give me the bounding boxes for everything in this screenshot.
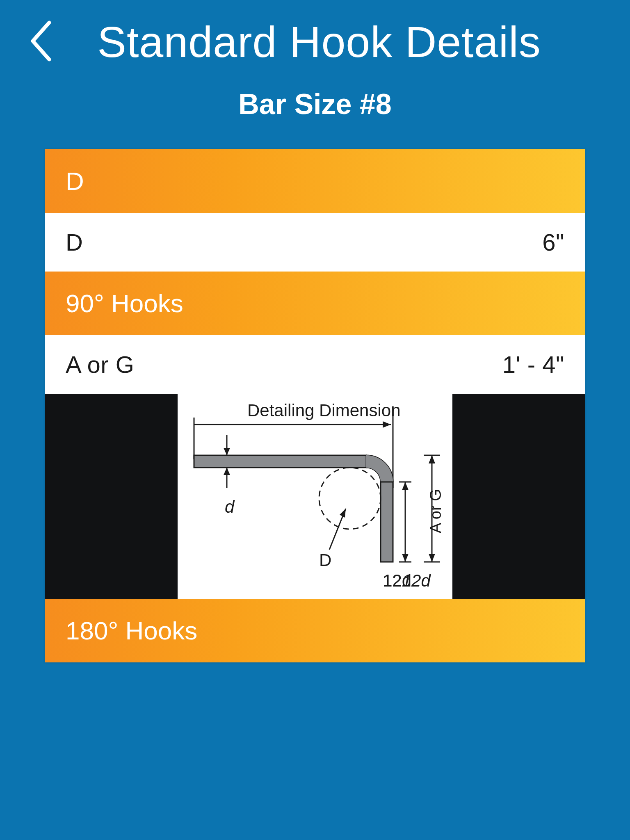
row-a-or-g: A or G 1' - 4" — [45, 335, 585, 394]
diagram-a-or-g: A or G — [427, 489, 444, 533]
header-bar: Standard Hook Details — [0, 0, 630, 75]
page-title: Standard Hook Details — [33, 17, 605, 67]
diagram-d-big: D — [319, 550, 331, 570]
svg-marker-12 — [340, 509, 346, 518]
page-subtitle: Bar Size #8 — [0, 88, 630, 121]
svg-rect-5 — [381, 482, 393, 562]
diagram-svg-container: Detailing Dimension — [178, 394, 452, 599]
row-a-or-g-value: 1' - 4" — [502, 351, 564, 378]
svg-marker-16 — [402, 482, 409, 490]
svg-rect-4 — [194, 455, 366, 468]
svg-marker-9 — [224, 468, 230, 475]
svg-marker-7 — [224, 448, 230, 455]
diagram-d-small: d — [225, 497, 235, 516]
diagram-12d-full: 12d — [383, 571, 411, 590]
diagram-detailing-label: Detailing Dimension — [247, 401, 401, 420]
diagram-90-hook: Detailing Dimension — [45, 394, 585, 599]
svg-point-10 — [319, 468, 381, 529]
section-header-180-hooks: 180° Hooks — [45, 599, 585, 662]
svg-marker-17 — [402, 554, 409, 562]
row-d-value: 6" — [542, 228, 564, 256]
row-a-or-g-label: A or G — [66, 351, 134, 378]
svg-marker-1 — [383, 421, 391, 428]
row-d-label: D — [66, 228, 83, 256]
section-header-90-hooks: 90° Hooks — [45, 272, 585, 335]
row-d: D 6" — [45, 213, 585, 272]
svg-marker-22 — [429, 455, 435, 463]
section-header-d: D — [45, 149, 585, 213]
svg-marker-23 — [429, 554, 435, 562]
details-card: D D 6" 90° Hooks A or G 1' - 4" Detailin… — [45, 149, 585, 662]
